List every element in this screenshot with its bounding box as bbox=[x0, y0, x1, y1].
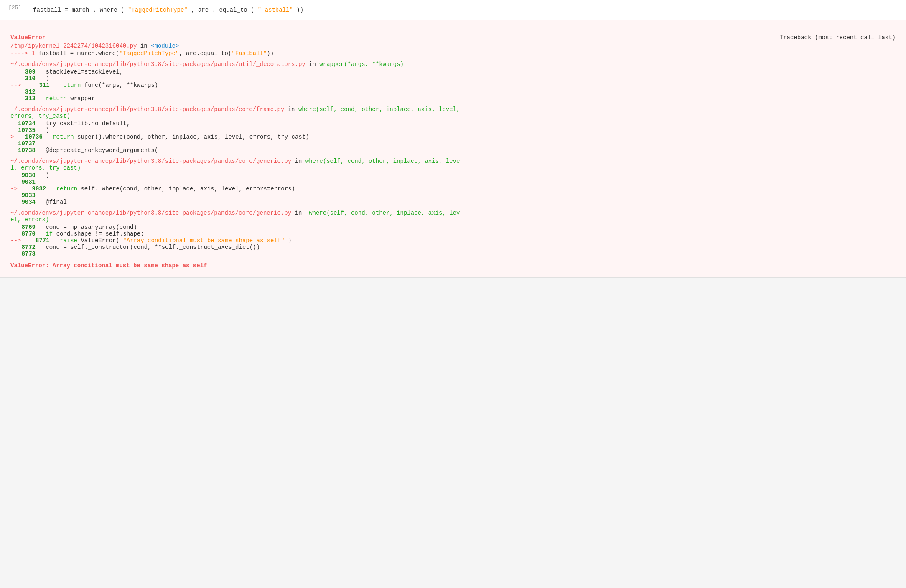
ln-8770: 8770 bbox=[10, 231, 36, 237]
code-10735: ): bbox=[46, 127, 53, 134]
frame-4-line-8771: --> 8771 raise ValueError( "Array condit… bbox=[10, 237, 896, 244]
frame-4-funcsig: _where(self, cond, other, inplace, axis,… bbox=[305, 210, 460, 216]
ln-8769: 8769 bbox=[10, 224, 36, 231]
ln-10737: 10737 bbox=[10, 140, 36, 147]
frame-4-funcsig2: el, errors) bbox=[10, 216, 49, 223]
ln-10734: 10734 bbox=[10, 120, 36, 127]
code-9032-return: return bbox=[56, 185, 77, 192]
frame-3-lines: 9030 ) 9031 -> 9032 return self._where(c… bbox=[10, 172, 896, 205]
code-comma: , bbox=[191, 7, 198, 13]
code-9034: @final bbox=[46, 199, 66, 205]
code-open-paren: ( bbox=[121, 7, 124, 13]
separator-text: ----------------------------------------… bbox=[10, 27, 309, 33]
frame-4-line-8770: 8770 if cond.shape != self.shape: bbox=[10, 231, 896, 237]
code-method: where bbox=[100, 7, 117, 13]
frame-1-lines: 309 stacklevel=stacklevel, 310 ) --> 311 bbox=[10, 68, 896, 102]
code-8771-str: "Array conditional must be same shape as… bbox=[123, 237, 284, 244]
ln-8771-arrow: --> bbox=[10, 237, 25, 244]
frame-2-line-10738: 10738 @deprecate_nonkeyword_arguments( bbox=[10, 147, 896, 154]
ln-9031: 9031 bbox=[10, 179, 36, 185]
code-8769: cond = np.asanyarray(cond) bbox=[46, 224, 137, 231]
frame-1-line-311: --> 311 return func(*args, **kwargs) bbox=[10, 82, 896, 89]
ln-311: 311 bbox=[25, 82, 50, 89]
code-open-paren2: ( bbox=[251, 7, 254, 13]
frame-3-header: ~/.conda/envs/jupyter-chancep/lib/python… bbox=[10, 158, 896, 165]
ln-9033: 9033 bbox=[10, 192, 36, 199]
frame-1-in: in bbox=[309, 61, 319, 68]
code-10734: try_cast=lib.no_default, bbox=[46, 120, 130, 127]
code-are: are bbox=[198, 7, 209, 13]
code-dot1: . bbox=[93, 7, 96, 13]
ln-10736: 10736 bbox=[18, 134, 43, 140]
code-obj: march bbox=[71, 7, 89, 13]
ln-9030: 9030 bbox=[10, 172, 36, 179]
frame-0: /tmp/ipykernel_2242274/1042316040.py in … bbox=[10, 43, 896, 57]
frame-0-code-text: fastball = march. bbox=[38, 50, 98, 57]
frame-2-filepath: ~/.conda/envs/jupyter-chancep/lib/python… bbox=[10, 106, 284, 113]
frame-0-in: in bbox=[140, 43, 151, 49]
code-313b: wrapper bbox=[70, 95, 95, 102]
frame-2-lines: 10734 try_cast=lib.no_default, 10735 ): … bbox=[10, 120, 896, 154]
frame-1-line-310: 310 ) bbox=[10, 75, 896, 82]
frame-2-funcsig: where(self, cond, other, inplace, axis, … bbox=[298, 106, 460, 113]
ln-310: 310 bbox=[10, 75, 36, 82]
frame-4-header: ~/.conda/envs/jupyter-chancep/lib/python… bbox=[10, 210, 896, 216]
frame-3-line-9030: 9030 ) bbox=[10, 172, 896, 179]
frame-0-arrow: ----> 1 bbox=[10, 50, 38, 57]
separator-line: ----------------------------------------… bbox=[10, 27, 896, 33]
frame-2-header: ~/.conda/envs/jupyter-chancep/lib/python… bbox=[10, 106, 896, 113]
code-9030: ) bbox=[46, 172, 49, 179]
ln-8772: 8772 bbox=[10, 244, 36, 251]
traceback-label: Traceback (most recent call last) bbox=[780, 34, 896, 41]
cell-input: [25]: fastball = march . where ( "Tagged… bbox=[0, 0, 906, 20]
code-310: ) bbox=[46, 75, 49, 82]
frame-4-lines: 8769 cond = np.asanyarray(cond) 8770 if … bbox=[10, 224, 896, 257]
frame-0-code: ----> 1 fastball = march.where("TaggedPi… bbox=[10, 50, 896, 57]
frame-2-line-10734: 10734 try_cast=lib.no_default, bbox=[10, 120, 896, 127]
frame-2-in: in bbox=[288, 106, 298, 113]
code-9032b: self._where(cond, other, inplace, axis, … bbox=[81, 185, 295, 192]
frame-2: ~/.conda/envs/jupyter-chancep/lib/python… bbox=[10, 106, 896, 154]
ln-10736-arrow: > bbox=[10, 134, 18, 140]
frame-3-funcsig: where(self, cond, other, inplace, axis, … bbox=[305, 158, 460, 165]
code-10738: @deprecate_nonkeyword_arguments( bbox=[46, 147, 158, 154]
frame-2-line-10737: 10737 bbox=[10, 140, 896, 147]
frame-3-line-9031: 9031 bbox=[10, 179, 896, 185]
error-header: ValueError Traceback (most recent call l… bbox=[10, 34, 896, 41]
ln-8773: 8773 bbox=[10, 251, 36, 257]
frame-3-in: in bbox=[295, 158, 305, 165]
ln-312: 312 bbox=[10, 89, 36, 95]
ln-8771: 8771 bbox=[25, 237, 50, 244]
frame-4-in: in bbox=[295, 210, 305, 216]
frame-2-line-10736: > 10736 return super().where(cond, other… bbox=[10, 134, 896, 140]
ln-9034: 9034 bbox=[10, 199, 36, 205]
cell-code: fastball = march . where ( "TaggedPitchT… bbox=[30, 4, 906, 16]
error-traceback: ----------------------------------------… bbox=[10, 27, 896, 269]
frame-2-line-10735: 10735 ): bbox=[10, 127, 896, 134]
code-309: stacklevel=stacklevel, bbox=[46, 68, 123, 75]
notebook-cell: [25]: fastball = march . where ( "Tagged… bbox=[0, 0, 906, 278]
frame-1-line-309: 309 stacklevel=stacklevel, bbox=[10, 68, 896, 75]
code-arg2: "Fastball" bbox=[258, 7, 293, 13]
frame-1-header: ~/.conda/envs/jupyter-chancep/lib/python… bbox=[10, 61, 896, 68]
code-assign: = bbox=[65, 7, 72, 13]
frame-4-line-8772: 8772 cond = self._constructor(cond, **se… bbox=[10, 244, 896, 251]
code-8771-raise: raise bbox=[60, 237, 77, 244]
frame-3-header-cont: l, errors, try_cast) bbox=[10, 165, 896, 171]
frame-1-filepath: ~/.conda/envs/jupyter-chancep/lib/python… bbox=[10, 61, 305, 68]
frame-4-line-8773: 8773 bbox=[10, 251, 896, 257]
frame-1-line-313: 313 return wrapper bbox=[10, 95, 896, 102]
frame-1-line-312: 312 bbox=[10, 89, 896, 95]
ln-9032: 9032 bbox=[21, 185, 46, 192]
ln-311-arrow: --> bbox=[10, 82, 25, 89]
frame-3: ~/.conda/envs/jupyter-chancep/lib/python… bbox=[10, 158, 896, 205]
ln-309: 309 bbox=[10, 68, 36, 75]
frame-0-header: /tmp/ipykernel_2242274/1042316040.py in … bbox=[10, 43, 896, 49]
code-10736-return: return bbox=[53, 134, 74, 140]
ln-9032-arrow: -> bbox=[10, 185, 21, 192]
ln-313: 313 bbox=[10, 95, 36, 102]
ln-10738: 10738 bbox=[10, 147, 36, 154]
frame-0-module: <module> bbox=[151, 43, 179, 49]
code-dot2: . bbox=[212, 7, 216, 13]
frame-3-line-9032: -> 9032 return self._where(cond, other, … bbox=[10, 185, 896, 192]
